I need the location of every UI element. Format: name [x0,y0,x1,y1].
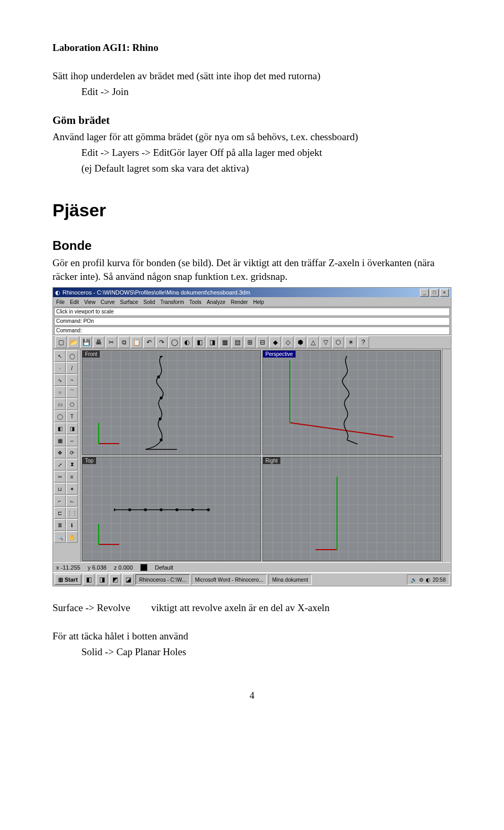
chamfer-icon[interactable]: ⌙ [66,495,78,507]
redo-icon[interactable]: ↷ [156,337,167,348]
quicklaunch-icon[interactable]: ◧ [83,574,94,585]
command-history-2: Command: POn [54,317,450,325]
polyline-icon[interactable]: ∿ [54,374,66,386]
dim-icon[interactable]: ↔ [66,435,78,446]
viewport-front[interactable]: Front [82,350,261,455]
menu-solid[interactable]: Solid [143,299,155,305]
join-icon[interactable]: ⊔ [54,483,66,495]
viewport-top[interactable]: Top [82,457,261,562]
tray-icon[interactable]: ◐ [426,577,430,583]
tool-icon[interactable]: ⊟ [257,337,268,348]
menu-surface[interactable]: Surface [120,299,138,305]
tool-icon[interactable]: ◐ [181,337,193,348]
menu-edit[interactable]: Edit [70,299,79,305]
cut-icon[interactable]: ✂ [106,337,117,348]
new-icon[interactable]: ▢ [55,337,67,348]
move-icon[interactable]: ✥ [54,447,66,458]
tool-icon[interactable]: ▽ [320,337,331,348]
system-tray[interactable]: 🔊 ⚙ ◐ 20:58 [407,574,449,585]
scrollbar[interactable] [442,349,451,562]
tray-icon[interactable]: ⚙ [419,577,424,583]
curve-icon[interactable]: ~ [66,374,78,386]
point-icon[interactable]: · [54,362,66,374]
menu-transform[interactable]: Transform [160,299,184,305]
quicklaunch-icon[interactable]: ◨ [96,574,108,585]
tool-icon[interactable]: ⬡ [332,337,344,348]
viewport-perspective[interactable]: Perspective [262,350,442,455]
surface-icon[interactable]: ◧ [54,423,66,434]
arc-icon[interactable]: ⌒ [66,386,78,398]
viewport-label: Right [263,457,280,464]
svg-point-0 [160,356,162,357]
help-icon[interactable]: ? [358,337,369,348]
command-path: Edit -> Join [81,85,452,99]
offset-icon[interactable]: ⊏ [54,507,66,519]
mesh-icon[interactable]: ▦ [54,435,66,446]
polygon-icon[interactable]: ⬠ [66,398,78,410]
start-label: Start [65,576,78,583]
viewport-right[interactable]: Right [262,457,442,562]
render-icon[interactable]: ☀ [345,337,356,348]
mirror-icon[interactable]: ⧗ [66,459,78,470]
tool-icon[interactable]: ▦ [219,337,230,348]
windows-icon: ⊞ [58,576,63,583]
split-icon[interactable]: ≡ [66,471,78,482]
maximize-button[interactable]: □ [430,289,439,297]
taskbar-item-word[interactable]: Microsoft Word - Rhinocero... [192,574,267,585]
paste-icon[interactable]: 📋 [131,337,142,348]
explode-icon[interactable]: ✶ [66,483,78,495]
tool-icon[interactable]: ◨ [206,337,218,348]
tool-icon[interactable]: ⬢ [295,337,306,348]
minimize-button[interactable]: _ [420,289,429,297]
save-icon[interactable]: 💾 [80,337,92,348]
menu-analyze[interactable]: Analyze [207,299,226,305]
pointer-icon[interactable]: ↖ [54,350,66,362]
menu-help[interactable]: Help [253,299,264,305]
tool-icon[interactable]: ▤ [232,337,243,348]
tool-icon[interactable]: ◧ [194,337,205,348]
menu-file[interactable]: File [56,299,65,305]
ellipse-icon[interactable]: ◯ [54,411,66,422]
menu-view[interactable]: View [84,299,96,305]
line-icon[interactable]: / [66,362,78,374]
status-z: z 0.000 [114,564,133,571]
command-prompt[interactable]: Command: [54,327,450,335]
layer-icon[interactable]: ≣ [54,519,66,531]
taskbar-item-docs[interactable]: Mina dokument [268,574,311,585]
lasso-icon[interactable]: ◯ [66,350,78,362]
menu-curve[interactable]: Curve [101,299,115,305]
circle-icon[interactable]: ○ [54,386,66,398]
array-icon[interactable]: ⋮⋮ [66,507,78,519]
text-icon[interactable]: T [66,411,78,422]
scale-icon[interactable]: ⤢ [54,459,66,470]
menu-render[interactable]: Render [230,299,248,305]
fillet-icon[interactable]: ⌐ [54,495,66,507]
quicklaunch-icon[interactable]: ◩ [109,574,121,585]
tool-icon[interactable]: ◆ [269,337,281,348]
zoom-icon[interactable]: 🔍 [54,531,66,543]
undo-icon[interactable]: ↶ [143,337,155,348]
pan-icon[interactable]: ✋ [66,531,78,543]
open-icon[interactable]: 📂 [68,337,79,348]
copy-icon[interactable]: ⧉ [118,337,130,348]
quicklaunch-icon[interactable]: ◪ [122,574,134,585]
trim-icon[interactable]: ✂ [54,471,66,482]
layer-color-swatch[interactable] [140,564,148,571]
menu-tools[interactable]: Tools [189,299,201,305]
tool-icon[interactable]: ◇ [282,337,293,348]
taskbar-item-rhino[interactable]: Rhinoceros - C:\W... [135,574,190,585]
start-button[interactable]: ⊞ Start [55,574,81,585]
solid-icon[interactable]: ◨ [66,423,78,434]
rect-icon[interactable]: ▭ [54,398,66,410]
close-button[interactable]: × [440,289,449,297]
tray-icon[interactable]: 🔊 [411,577,417,583]
tool-icon[interactable]: ⊞ [244,337,256,348]
tool-icon[interactable]: ◯ [169,337,180,348]
command-path: (ej Default lagret som ska vara det akti… [81,162,452,175]
print-icon[interactable]: 🖶 [93,337,104,348]
rotate-icon[interactable]: ⟳ [66,447,78,458]
tool-icon[interactable]: △ [307,337,319,348]
svg-point-8 [144,509,146,511]
prop-icon[interactable]: ℹ [66,519,78,531]
toolbar-left: ↖◯ ·/ ∿~ ○⌒ ▭⬠ ◯T ◧◨ ▦↔ ✥⟳ ⤢⧗ ✂≡ ⊔✶ ⌐⌙ ⊏… [53,349,81,562]
